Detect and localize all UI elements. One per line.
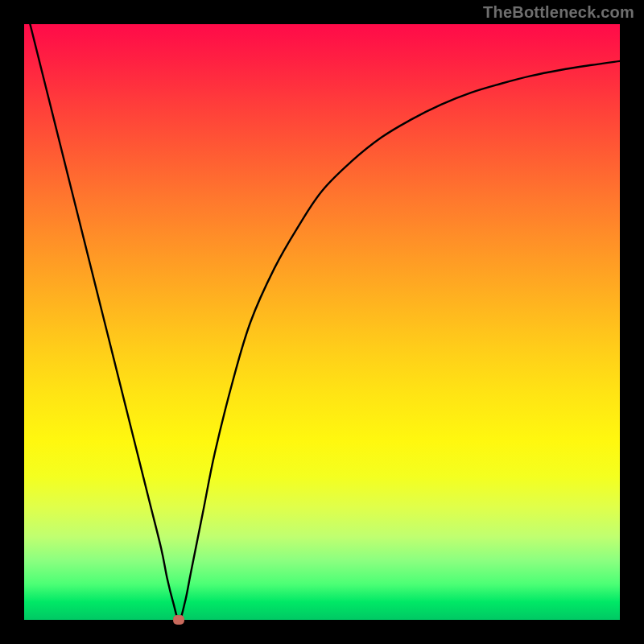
chart-frame: TheBottleneck.com: [0, 0, 644, 644]
bottleneck-curve: [30, 24, 620, 620]
plot-area: [24, 24, 620, 620]
minimum-marker: [173, 615, 184, 625]
curve-svg: [24, 24, 620, 620]
watermark-text: TheBottleneck.com: [483, 3, 634, 22]
